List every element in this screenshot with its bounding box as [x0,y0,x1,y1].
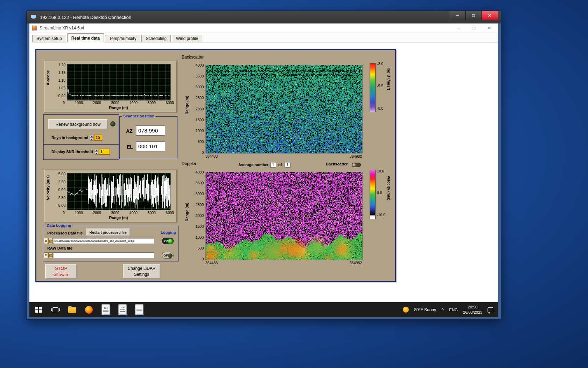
tray-chevron-icon[interactable]: ^ [441,307,444,312]
backscatter-cb-tick-max: -3.0 [377,62,383,66]
app-icon [32,26,37,30]
scan-scheduler-taskbar-button[interactable]: Scan sched [118,305,127,315]
doppler-x-right: 364982 [350,261,362,265]
change-lidar-settings-button[interactable]: Change LiDARSettings [123,264,160,279]
velocity-x-axis-title: Range (m) [67,216,170,220]
streamline-app-window: StreamLine XR v14-6.vi ─ □ ✕ System setu… [29,23,498,302]
snr-value-field[interactable]: 1 [99,149,110,155]
tick-label: 3500 [196,181,204,185]
doppler-x-range-labels: 364483 364982 [205,261,362,265]
app-title: StreamLine XR v14-6.vi [40,26,84,30]
tab-system-setup[interactable]: System setup [32,35,66,42]
app-close-button[interactable]: ✕ [487,26,492,30]
rays-spinner[interactable] [90,135,93,141]
tick-label: -2.50 [57,196,65,200]
backscatter-cb-tick-mid: -5.5 [377,84,383,88]
tab-real-time-data[interactable]: Real time data [67,33,104,42]
restart-processed-file-button[interactable]: Restart processed file [86,229,130,236]
streamline-xr-taskbar-button[interactable]: XR [102,305,110,315]
rays-in-background-label: Rays in background [51,136,88,140]
rdp-minimize-button[interactable]: ─ [450,11,465,20]
tick-label: 2500 [196,203,204,207]
scan-scheduler-icon: Scan sched [118,304,127,314]
tick-label: 4000 [196,170,204,174]
tick-label: 0.00 [58,188,65,192]
windows-logo-icon [35,307,42,313]
rdp-titlebar[interactable]: 192.168.0.122 - Remote Desktop Connectio… [27,11,501,23]
az-value-field[interactable]: 078.990 [136,125,165,136]
desktop: 192.168.0.122 - Remote Desktop Connectio… [0,0,588,368]
snr-spinner[interactable] [95,149,98,155]
renew-background-button[interactable]: Renew background now [48,119,108,129]
tick-label: 5000 [148,101,156,105]
backscatter-section-title: Backscatter [182,55,204,60]
processed-logging-toggle[interactable]: ON [162,238,174,244]
tick-label: -5.00 [57,203,65,207]
taskbar-left: XR Scan sched [34,305,144,315]
ascope-x-tick-labels: 0100020003000400050006000 [63,101,174,105]
folder-icon [68,307,76,313]
velocity-y-axis-title: Velocity (m/s) [46,175,50,200]
tick-label: 0 [202,150,204,155]
backscatter-y-axis-title: Range (m) [185,96,189,115]
tab-bar: System setupReal time dataTemp/humidityS… [31,33,498,42]
tab-scheduling[interactable]: Scheduling [141,35,170,42]
velocity-y-tick-labels: 5.002.500.00-2.50-5.00 [52,172,65,207]
processed-toggle-led [168,239,173,244]
processed-path-field[interactable]: C:\Lidar\Data\Proc\2023\202308\20230826\… [53,238,154,244]
clock[interactable]: 20:50 26/08/2023 [463,305,482,315]
processed-data-file-label: Processed Data file [47,231,83,235]
rdp-close-button[interactable]: ✕ [481,11,498,20]
settings-button-line1: Change LiDAR [127,266,155,271]
tab-wind-profile[interactable]: Wind profile [172,35,202,42]
weather-text[interactable]: 80°F Sunny [414,307,436,312]
app-titlebar[interactable]: StreamLine XR v14-6.vi ─ □ ✕ [29,23,498,33]
tick-label: 1500 [196,224,204,229]
rays-value-field[interactable]: 10 [94,135,102,141]
doppler-y-tick-labels: 40003500300025002000150010005000 [190,170,204,261]
rdp-restore-button[interactable]: □ [465,11,481,20]
app-minimize-button[interactable]: ─ [456,26,461,30]
of-label: of [278,163,282,167]
language-indicator[interactable]: ENG [449,308,458,312]
ascope-plot [67,64,171,101]
stop-software-button[interactable]: STOPsoftware [45,264,77,279]
weather-sun-icon[interactable] [403,307,409,313]
raw-browse-icon[interactable] [48,252,52,258]
ascope-plot-frame: A-scope 1.201.151.101.050.99 01000200030… [44,61,177,113]
taskbar: XR Scan sched 80°F Sunny ^ ENG 20:50 [29,302,498,317]
doppler-x-left: 364483 [205,261,218,265]
raw-path-field[interactable] [53,252,154,258]
tick-label: 1000 [75,211,83,215]
tick-label: 2000 [93,101,101,105]
tick-label: 500 [197,139,204,144]
notes-taskbar-button[interactable] [135,305,144,315]
backscatter-display-toggle[interactable] [352,163,361,167]
action-center-icon[interactable] [488,307,493,312]
tick-label: 2000 [196,107,204,111]
processed-browse-icon[interactable] [48,238,52,244]
average-of-field[interactable]: 1 [285,162,290,168]
taskbar-right: 80°F Sunny ^ ENG 20:50 26/08/2023 [403,305,493,315]
doppler-cb-tick-mid: 0.0 [377,191,382,195]
tab-temp-humidity[interactable]: Temp/humidity [105,35,140,42]
tick-label: 5.00 [58,172,65,176]
raw-logging-toggle[interactable]: OFF [162,252,174,259]
firefox-icon [85,306,93,314]
tick-label: 500 [197,246,204,250]
clock-time: 20:50 [468,305,478,309]
processed-drive-selector[interactable]: C [44,238,48,244]
average-number-field[interactable]: 1 [270,162,276,168]
start-button[interactable] [34,305,43,315]
task-view-button[interactable] [51,305,59,315]
app-restore-button[interactable]: □ [471,26,476,30]
firefox-button[interactable] [85,305,93,315]
backscatter-colorbar-label: log B (/m/sr) [387,68,391,90]
raw-drive-selector[interactable]: C [44,252,48,258]
renew-led-indicator[interactable] [110,121,115,127]
file-explorer-button[interactable] [68,305,76,315]
backscatter-toggle-label: Backscatter [326,162,348,166]
el-value-field[interactable]: 000.101 [136,141,165,151]
rdp-title: 192.168.0.122 - Remote Desktop Connectio… [40,15,131,20]
raw-data-file-label: RAW Data file [47,246,72,250]
